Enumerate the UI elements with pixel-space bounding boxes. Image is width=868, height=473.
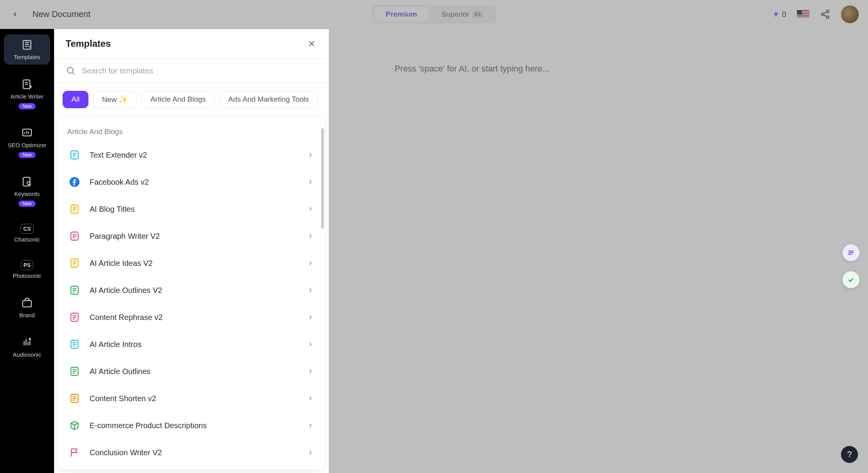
svg-rect-5 <box>23 41 31 49</box>
scrollbar-thumb[interactable] <box>321 128 324 229</box>
template-name: Facebook Ads v2 <box>90 178 298 187</box>
chevron-left-icon <box>12 11 19 18</box>
chatsonic-icon: CS <box>20 224 33 234</box>
template-name: Content Rephrase v2 <box>90 313 298 322</box>
svg-point-11 <box>29 339 31 340</box>
template-row[interactable]: AI Blog Titles <box>67 196 315 223</box>
share-button[interactable] <box>820 9 830 19</box>
chevron-right-icon <box>307 179 314 185</box>
rail-item-templates[interactable]: Templates <box>4 34 50 65</box>
chevron-right-icon <box>307 422 314 429</box>
svg-point-14 <box>67 67 73 73</box>
template-icon <box>69 420 80 431</box>
template-name: AI Article Ideas V2 <box>90 259 298 268</box>
template-icon <box>69 203 80 215</box>
group-label: Article And Blogs <box>67 128 315 136</box>
template-row[interactable]: Conclusion Writer V2 <box>67 439 315 466</box>
bolt-icon <box>773 11 780 18</box>
avatar[interactable] <box>841 5 859 23</box>
left-rail: TemplatesArticle WriterNewSEO OptimizerN… <box>0 29 54 473</box>
template-icon <box>69 366 80 377</box>
close-panel-button[interactable] <box>306 38 317 49</box>
rail-item-brand[interactable]: Brand <box>4 293 50 323</box>
rail-label: SEO Optimizer <box>8 142 46 149</box>
credits-counter[interactable]: 0 <box>773 10 786 19</box>
chevron-right-icon <box>307 233 314 240</box>
list-icon <box>847 249 855 257</box>
template-icon <box>69 176 80 188</box>
rail-item-photosonic[interactable]: PSPhotosonic <box>4 256 50 283</box>
rail-label: Chatsonic <box>14 236 40 243</box>
svg-rect-10 <box>23 301 32 307</box>
template-row[interactable]: AI Article Intros <box>67 331 315 358</box>
plan-superior-tab[interactable]: Superior 6X <box>430 6 495 23</box>
rail-label: Article Writer <box>10 93 44 100</box>
chevron-right-icon <box>307 368 314 375</box>
svg-rect-7 <box>23 129 32 136</box>
template-row[interactable]: Content Shorten v2 <box>67 385 315 412</box>
document-title[interactable]: New Document <box>32 9 90 19</box>
template-name: AI Blog Titles <box>90 205 298 214</box>
templates-icon <box>20 38 34 51</box>
chevron-right-icon <box>307 341 314 348</box>
template-name: AI Article Intros <box>90 340 298 349</box>
template-icon <box>69 339 80 350</box>
template-icon <box>69 393 80 404</box>
template-row[interactable]: Text Extender v2 <box>67 141 315 168</box>
template-row[interactable]: AI Article Ideas V2 <box>67 250 315 277</box>
share-icon <box>820 9 830 19</box>
chevron-right-icon <box>307 151 314 158</box>
top-bar: New Document Premium Superior 6X 0 <box>0 0 868 29</box>
template-icon <box>69 447 80 458</box>
help-icon: ? <box>847 449 852 459</box>
rail-item-keywords[interactable]: KeywordsNew <box>4 171 50 211</box>
plan-toggle: Premium Superior 6X <box>373 5 495 23</box>
brand-icon <box>20 296 34 310</box>
plan-superior-badge: 6X <box>472 11 483 18</box>
editor-placeholder: Press 'space' for AI, or start typing he… <box>395 64 802 74</box>
search-input[interactable] <box>82 66 317 75</box>
scrollbar-track[interactable] <box>321 117 325 469</box>
chevron-right-icon <box>307 449 314 456</box>
plan-superior-label: Superior <box>441 10 469 19</box>
filter-chip-new-[interactable]: New ✨ <box>93 91 137 108</box>
rail-item-article-writer[interactable]: Article WriterNew <box>4 74 50 113</box>
chevron-right-icon <box>307 206 314 213</box>
seo-optimizer-icon <box>20 126 34 140</box>
template-row[interactable]: AI Article Outlines V2 <box>67 277 315 304</box>
grammar-floater[interactable] <box>843 271 860 288</box>
template-row[interactable]: Paragraph Writer V2 <box>67 223 315 250</box>
template-icon <box>69 149 80 161</box>
filter-chip-all[interactable]: All <box>63 91 88 108</box>
template-row[interactable]: Facebook Ads v2 <box>67 168 315 196</box>
plan-premium-label: Premium <box>386 10 417 19</box>
template-row[interactable]: E-commerce Product Descriptions <box>67 412 315 439</box>
rail-label: Audiosonic <box>13 351 41 358</box>
rail-item-chatsonic[interactable]: CSChatsonic <box>4 220 50 247</box>
editor-area[interactable]: Press 'space' for AI, or start typing he… <box>329 29 868 473</box>
check-icon <box>847 276 855 284</box>
chevron-right-icon <box>307 314 314 321</box>
filter-chip-article-and-blogs[interactable]: Article And Blogs <box>141 91 215 108</box>
search-row <box>54 59 329 83</box>
plan-premium-tab[interactable]: Premium <box>374 7 429 22</box>
rail-label: Keywords <box>14 191 40 197</box>
keywords-icon <box>20 175 34 188</box>
chevron-right-icon <box>307 260 314 267</box>
template-name: Conclusion Writer V2 <box>90 448 298 457</box>
language-flag[interactable] <box>797 10 809 19</box>
svg-point-0 <box>826 10 829 13</box>
template-name: Content Shorten v2 <box>90 394 298 403</box>
article-writer-icon <box>20 78 34 91</box>
templates-panel: Templates AllNew ✨Article And BlogsAds A… <box>54 29 329 473</box>
template-row[interactable]: Content Rephrase v2 <box>67 304 315 331</box>
rail-item-audiosonic[interactable]: Audiosonic <box>4 332 50 362</box>
back-button[interactable] <box>9 9 21 20</box>
svg-point-1 <box>821 13 824 16</box>
filter-chip-ads-and-marketing-tools[interactable]: Ads And Marketing Tools <box>219 91 318 108</box>
help-button[interactable]: ? <box>841 446 858 463</box>
rail-item-seo-optimizer[interactable]: SEO OptimizerNew <box>4 123 50 162</box>
comments-floater[interactable] <box>843 244 860 261</box>
template-name: Text Extender v2 <box>90 151 298 160</box>
template-row[interactable]: AI Article Outlines <box>67 358 315 385</box>
